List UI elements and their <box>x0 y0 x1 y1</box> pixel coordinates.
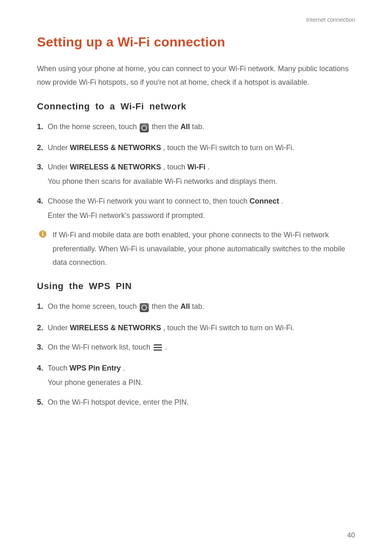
step-text: . <box>281 197 283 205</box>
s1-step4: 4. Choose the Wi-Fi network you want to … <box>37 195 355 223</box>
step-number: 3. <box>37 160 43 174</box>
s1-step3: 3. Under WIRELESS & NETWORKS , touch Wi-… <box>37 160 355 189</box>
step-number: 1. <box>37 300 43 313</box>
step-text: On the home screen, touch <box>48 302 139 310</box>
step-number: 2. <box>37 141 43 155</box>
settings-icon <box>140 301 149 315</box>
s1-step2: 2. Under WIRELESS & NETWORKS , touch the… <box>37 141 355 155</box>
step-subtext: Enter the Wi-Fi network's password if pr… <box>48 209 355 222</box>
bold-wireless-networks: WIRELESS & NETWORKS <box>70 144 161 152</box>
step-subtext: You phone then scans for available Wi-Fi… <box>48 175 355 188</box>
step-text: On the home screen, touch <box>48 123 139 131</box>
step-number: 3. <box>37 341 43 354</box>
step-number: 2. <box>37 321 43 335</box>
s2-step5: 5. On the Wi-Fi hotspot device, enter th… <box>37 396 355 409</box>
info-note: If Wi-Fi and mobile data are both enable… <box>37 228 355 269</box>
step-text: , touch the Wi-Fi switch to turn on Wi-F… <box>163 144 294 152</box>
step-number: 4. <box>37 361 43 375</box>
svg-point-1 <box>42 232 44 233</box>
svg-rect-5 <box>154 350 162 351</box>
s2-step4: 4. Touch WPS Pin Entry . Your phone gene… <box>37 361 355 390</box>
step-text: On the Wi-Fi network list, touch <box>48 343 152 351</box>
step-number: 5. <box>37 396 43 409</box>
s2-step3: 3. On the Wi-Fi network list, touch . <box>37 341 355 356</box>
page-title: Setting up a Wi-Fi connection <box>37 35 355 50</box>
step-subtext: Your phone generates a PIN. <box>48 376 355 389</box>
settings-icon <box>140 122 149 135</box>
heading-wps-pin: Using the WPS PIN <box>37 281 355 292</box>
bold-wifi: Wi-Fi <box>187 163 205 171</box>
step-text: On the Wi-Fi hotspot device, enter the P… <box>48 398 189 406</box>
step-number: 1. <box>37 120 43 134</box>
step-text: . <box>208 163 210 171</box>
svg-rect-4 <box>154 347 162 348</box>
step-text: Touch <box>48 364 69 372</box>
step-text: . <box>165 343 167 351</box>
note-text: If Wi-Fi and mobile data are both enable… <box>53 231 345 266</box>
svg-rect-2 <box>42 233 43 236</box>
step-text: then the <box>152 302 180 310</box>
step-text: Choose the Wi-Fi network you want to con… <box>48 197 249 205</box>
s1-step1: 1. On the home screen, touch then the Al… <box>37 120 355 135</box>
bold-connect: Connect <box>249 197 279 205</box>
bold-all-tab: All <box>180 302 190 310</box>
s2-step1: 1. On the home screen, touch then the Al… <box>37 300 355 315</box>
step-text: then the <box>152 123 180 131</box>
bold-all-tab: All <box>180 123 190 131</box>
step-text: . <box>123 364 125 372</box>
bold-wps-pin-entry: WPS Pin Entry <box>69 364 121 372</box>
step-text: , touch <box>163 163 187 171</box>
step-text: tab. <box>192 123 204 131</box>
bold-wireless-networks: WIRELESS & NETWORKS <box>70 324 161 332</box>
step-number: 4. <box>37 195 43 208</box>
step-text: , touch the Wi-Fi switch to turn on Wi-F… <box>163 324 294 332</box>
step-text: tab. <box>192 302 204 310</box>
info-icon <box>39 229 47 243</box>
intro-paragraph: When using your phone at home, you can c… <box>37 62 355 90</box>
menu-icon <box>153 342 162 356</box>
header-section-label: Internet connection <box>37 16 355 23</box>
s2-step2: 2. Under WIRELESS & NETWORKS , touch the… <box>37 321 355 335</box>
page-number: 40 <box>347 531 355 540</box>
step-text: Under <box>48 163 70 171</box>
step-text: Under <box>48 144 70 152</box>
svg-rect-3 <box>154 344 162 345</box>
heading-connecting-wifi: Connecting to a Wi-Fi network <box>37 101 355 112</box>
step-text: Under <box>48 324 70 332</box>
bold-wireless-networks: WIRELESS & NETWORKS <box>70 163 161 171</box>
